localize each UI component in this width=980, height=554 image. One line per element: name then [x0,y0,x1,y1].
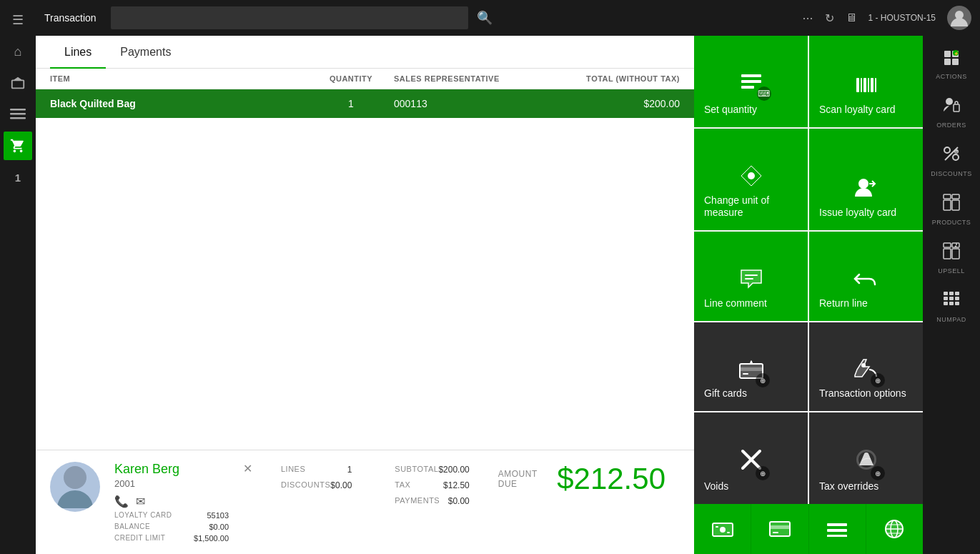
phone-icon[interactable]: 📞 [114,495,129,508]
notifications-icon[interactable]: 🖥 [846,11,857,24]
svg-rect-5 [741,74,761,77]
transaction-options-button[interactable]: ⊕ Transaction options [809,322,923,411]
sidebar-menu-list[interactable] [4,100,32,129]
tax-overrides-button[interactable]: ⊕ Tax overrides [809,412,923,504]
line-comment-button[interactable]: Line comment [694,232,808,321]
svg-rect-17 [745,278,753,280]
numpad-label: NUMPAD [936,316,966,323]
svg-rect-42 [944,59,951,65]
svg-rect-69 [949,302,954,305]
sidebar-home[interactable]: ⌂ [4,37,32,66]
svg-rect-33 [827,535,847,537]
more-options-icon[interactable]: ··· [803,11,813,26]
svg-rect-63 [949,292,954,295]
tax-label: TAX [395,480,410,490]
issue-loyalty-label: Issue loyalty card [819,207,896,219]
issue-loyalty-button[interactable]: Issue loyalty card [809,129,923,230]
svg-rect-70 [955,302,959,305]
svg-point-49 [953,154,959,160]
products-icon [942,193,961,216]
lines-label: LINES [281,465,305,475]
sidebar-item-upsell[interactable]: UPSELL [926,234,976,282]
globe-button[interactable] [866,504,923,554]
svg-rect-6 [741,80,761,83]
balance-label: BALANCE [114,523,150,531]
table-row[interactable]: Black Quilted Bag 1 000113 $200.00 [36,89,694,118]
sidebar-item-numpad[interactable]: NUMPAD [926,283,976,330]
search-input[interactable] [111,6,468,29]
orders-label: ORDERS [936,122,966,129]
close-customer-button[interactable]: ✕ [243,462,252,475]
svg-rect-56 [952,194,959,199]
svg-rect-8 [856,78,859,92]
payments-label: PAYMENTS [395,496,440,506]
svg-text:⚡: ⚡ [954,51,959,56]
lines-value: 1 [347,465,352,475]
equal-button[interactable] [809,504,866,554]
lines-row: LINES 1 [281,462,352,478]
orders-icon [942,96,961,119]
tabs: Lines Payments [36,36,694,69]
return-line-button[interactable]: Return line [809,232,923,321]
discounts-label: DISCOUNTS [281,480,330,490]
svg-rect-13 [875,78,876,92]
svg-rect-54 [952,200,959,210]
sidebar-badge-item[interactable]: 1 [4,163,32,192]
svg-rect-47 [954,104,959,112]
change-uom-button[interactable]: Change unit of measure [694,129,808,230]
refresh-icon[interactable]: ↻ [825,11,834,25]
svg-rect-11 [868,78,869,92]
cash-button[interactable] [694,504,751,554]
set-quantity-button[interactable]: ⌨ Set quantity [694,36,808,127]
scan-loyalty-button[interactable]: Scan loyalty card [809,36,923,127]
gift-cards-label: Gift cards [704,387,747,400]
tab-lines[interactable]: Lines [50,36,106,69]
svg-rect-29 [770,525,790,529]
scan-loyalty-label: Scan loyalty card [819,104,896,116]
subtotal-value: $200.00 [438,465,469,475]
amount-due-value: $212.50 [557,462,665,496]
row-quantity: 1 [308,98,394,109]
card-payment-button[interactable] [751,504,808,554]
sidebar-item-discounts[interactable]: % DISCOUNTS [926,137,976,184]
svg-rect-65 [944,297,948,300]
svg-rect-30 [773,532,778,533]
upsell-label: UPSELL [938,267,965,274]
svg-rect-20 [743,373,748,375]
voids-button[interactable]: ⊕ Voids [694,412,808,504]
customer-contacts: 📞 ✉ [114,495,229,508]
upsell-icon [942,242,961,264]
summary-panel-right: SUBTOTAL $200.00 TAX $12.50 PAYMENTS $0.… [380,462,483,509]
balance-row: BALANCE $0.00 [114,523,229,531]
search-icon: 🔍 [477,10,493,26]
svg-rect-57 [944,249,951,259]
store-label: 1 - HOUSTON-15 [868,13,936,23]
svg-rect-64 [955,292,959,295]
gift-cards-button[interactable]: ⊕ Gift cards [694,322,808,411]
svg-rect-12 [871,78,873,92]
svg-rect-31 [827,523,847,526]
discounts-label: DISCOUNTS [931,170,972,177]
sidebar-item-actions[interactable]: ⚡ ACTIONS [926,41,976,87]
sidebar-menu[interactable]: ☰ [4,6,32,34]
transaction-area: Lines Payments ITEM QUANTITY SALES REPRE… [36,36,694,554]
tax-value: $12.50 [443,480,470,490]
col-item: ITEM [50,74,308,83]
sidebar-products[interactable] [4,69,32,97]
svg-rect-2 [10,117,26,119]
sidebar-item-orders[interactable]: ORDERS [926,89,976,136]
customer-name: Karen Berg [114,462,229,477]
sidebar-cart[interactable] [4,132,32,160]
customer-panel: Karen Berg 2001 📞 ✉ LOYALTY CARD 55103 B… [36,450,694,554]
left-sidebar: ☰ ⌂ 1 [0,0,36,554]
svg-rect-1 [10,113,26,115]
svg-rect-68 [944,302,948,305]
email-icon[interactable]: ✉ [136,495,145,508]
credit-limit-value: $1,500.00 [194,534,229,543]
sidebar-item-products[interactable]: PRODUCTS [926,186,976,233]
avatar[interactable] [947,6,971,30]
actions-icon: ⚡ [943,49,960,70]
return-line-label: Return line [819,297,868,310]
customer-info: Karen Berg 2001 📞 ✉ LOYALTY CARD 55103 B… [114,462,229,543]
tab-payments[interactable]: Payments [106,36,185,69]
